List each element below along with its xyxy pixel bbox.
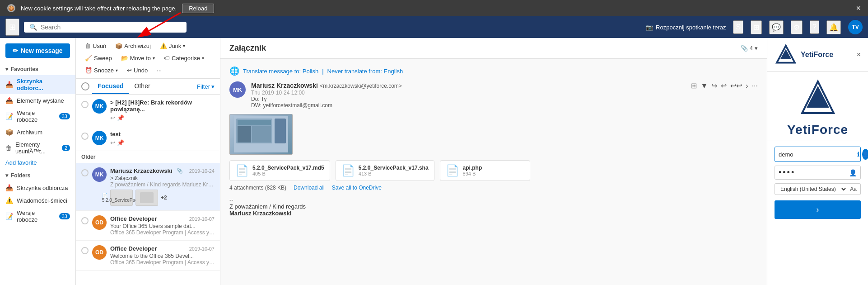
yeti-close-button[interactable]: × [857,51,861,59]
sidebar-item-inbox[interactable]: 📥 Skrzynka odbiorc... [0,75,75,94]
reply-icon-mk1[interactable]: ↩ [110,114,115,121]
translate-bar: 🌐 Translate message to: Polish | Never t… [229,66,758,76]
email-body-sender-bold: Mariusz Krzaczkowski [229,210,291,217]
translate-to-polish-link[interactable]: Translate message to: Polish [243,68,318,75]
email-sender-mk3: Mariusz Krzaczkowski [110,167,172,174]
yetiforce-action-button[interactable]: ▼ [700,82,708,90]
start-meeting-button[interactable]: 📷 Rozpocznij spotkanie teraz [646,24,726,31]
email-avatar-mk3: MK [92,167,107,182]
attach-card-sha[interactable]: 📄 5.2.0_ServicePack_v17.sha 413 B [336,160,434,181]
deleted-icon: 🗑 [5,144,12,152]
save-all-link[interactable]: Save all to OneDrive [332,185,382,191]
attachment-count-number: 4 [750,45,753,52]
undo-button[interactable]: ↩ Undo [123,65,151,76]
more-actions-button[interactable]: ··· [752,82,758,90]
cookie-close-button[interactable]: × [856,4,861,13]
reload-button[interactable]: Reload [182,4,214,13]
email-item-actions-mk1: ↩ 📌 [110,114,215,121]
more-button[interactable]: ··· [153,65,165,76]
expand-icon-button[interactable]: ⊞ [691,81,697,90]
reply-icon-mk2[interactable]: ↩ [110,139,115,146]
email-select-radio-mk2[interactable] [81,133,89,140]
email-detail-header: Załącznik 📎 4 ▾ [220,38,767,59]
yeti-user-icon-button[interactable]: 👤 [862,149,868,160]
reply-button[interactable]: ↩ [721,81,727,90]
attachment-chevron-icon[interactable]: ▾ [755,45,758,52]
sidebar-item-junk[interactable]: ⚠️ Wiadomości-śmieci [0,194,75,207]
archive-button[interactable]: 📦 Archiwizuj [112,41,154,51]
email-meta-mk3: Mariusz Krzaczkowski 📎 2019-10-24 [110,167,215,174]
email-item-od2[interactable]: OD Office Developer 2019-10-07 Welcome t… [76,241,220,271]
sidebar-item-inbox2[interactable]: 📥 Skrzynka odbiorcza [0,181,75,194]
pin-icon-mk1[interactable]: 📌 [117,114,124,121]
sidebar-item-deleted[interactable]: 🗑 Elementy usuniÄ™t... 2 [0,138,75,157]
sidebar-item-drafts2[interactable]: 📝 Wersje robocze 33 [0,207,75,226]
sidebar-item-archive[interactable]: 📦 Archiwum [0,126,75,138]
categorise-button[interactable]: 🏷 Categorise ▾ [160,53,208,63]
attach-summary-bar: 4 attachments (828 KB) Download all Save… [229,185,758,191]
attach-thumb-1: 📄 5.2.0_ServicePac... [110,190,133,206]
yeti-submit-button[interactable]: › [775,200,861,219]
help-icon-button[interactable]: ? [810,20,819,34]
sidebar-item-inbox-label: Skrzynka odbiorc... [17,78,70,91]
folders-header[interactable]: ▾ Folders [0,170,75,181]
reply-all-button[interactable]: ↩↩ [730,81,742,90]
notification-icon-button[interactable]: 🔔 [826,20,841,34]
email-item-mk3[interactable]: MK Mariusz Krzaczkowski 📎 2019-10-24 > Z… [76,163,220,211]
yeti-password-dots: •••• [779,168,846,177]
yeti-big-brand-text: YetiForce [787,123,848,137]
yeti-username-row: ℹ 👤 [775,147,861,162]
email-select-radio-od2[interactable] [81,247,89,254]
junk-button[interactable]: ⚠️ Junk ▾ [156,41,189,51]
moveto-caret: ▾ [153,56,155,61]
yeti-logo-area: YetiForce [767,72,868,141]
tabs-bar: Focused Other Filter ▾ [76,79,220,95]
snooze-button[interactable]: ⏰ Snooze ▾ [81,65,121,76]
email-select-radio-od1[interactable] [81,217,89,224]
teams-icon-button[interactable]: ⊞ [751,20,762,34]
settings-icon-button[interactable]: ⚙ [791,20,803,34]
svg-rect-4 [238,120,271,125]
never-translate-link[interactable]: Never translate from: English [327,68,403,75]
yeti-panel: YetiForce × YetiForce ℹ 👤 •••• 👤 Englis [767,38,868,285]
feedback-icon-button[interactable]: 💬 [769,20,784,34]
sweep-label: Sweep [94,55,112,62]
tab-focused[interactable]: Focused [92,79,129,94]
download-all-link[interactable]: Download all [294,185,325,191]
moveto-button[interactable]: 📂 Move to ▾ [117,53,159,63]
delete-button[interactable]: 🗑 Usuń [81,41,110,51]
search-box[interactable]: 🔍 [24,22,187,33]
skype-icon-button[interactable]: S [733,20,743,34]
email-item-od1[interactable]: OD Office Developer 2019-10-07 Your Offi… [76,211,220,241]
attach-card-api[interactable]: 📄 api.php 894 B [440,160,530,181]
sidebar-item-sent[interactable]: 📤 Elementy wysłane [0,94,75,107]
sidebar-item-junk-label: Wiadomości-śmieci [17,197,67,204]
attach-card-md5[interactable]: 📄 5.2.0_ServicePack_v17.md5 405 B [229,160,330,181]
tab-other[interactable]: Other [129,79,156,94]
email-item-mk1[interactable]: MK > [H2] [H3]Re: Brak rekordów powiązan… [76,95,220,126]
filter-button[interactable]: Filter ▾ [197,83,215,90]
next-button[interactable]: › [746,82,748,90]
new-message-button[interactable]: ✏ New message [5,43,70,58]
yeti-language-select[interactable]: English (United States) [779,185,847,193]
email-date-od2: 2019-10-07 [189,246,215,252]
add-favorite-button[interactable]: Add favorite [0,157,75,168]
waffle-menu-button[interactable]: ⊞ [5,19,19,36]
favourites-header[interactable]: ▾ Favourites [0,63,75,75]
sidebar-item-drafts[interactable]: 📝 Wersje robocze 33 [0,107,75,126]
yeti-username-input[interactable] [779,151,854,158]
sweep-button[interactable]: 🧹 Sweep [81,53,116,63]
search-input[interactable] [41,24,181,31]
pin-icon-mk2[interactable]: 📌 [117,139,124,146]
email-preview-od1: Office 365 Developer Program | Access yo… [110,229,215,236]
attach-size-md5: 405 B [252,171,324,176]
search-icon: 🔍 [29,24,37,31]
email-item-mk2[interactable]: MK test ↩ 📌 [76,126,220,151]
forward-button[interactable]: ↪ [711,81,717,90]
email-select-radio-mk3[interactable] [81,169,89,176]
moveto-label: Move to [130,55,151,62]
yeti-info-icon[interactable]: ℹ [857,151,859,158]
email-select-radio[interactable] [81,101,89,108]
file-icon-sha: 📄 [341,164,355,177]
user-avatar[interactable]: TV [848,20,863,34]
